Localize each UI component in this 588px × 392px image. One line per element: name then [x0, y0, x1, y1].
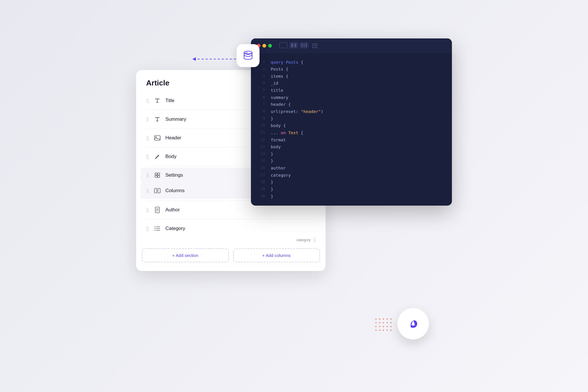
database-icon: [242, 49, 254, 62]
drag-handle-category[interactable]: ⣿: [146, 226, 149, 231]
code-line-9: 9 }: [251, 115, 452, 122]
database-icon-box: [237, 44, 260, 67]
drag-handle-header[interactable]: ⣿: [146, 136, 149, 140]
add-columns-button[interactable]: + Add columns: [233, 248, 320, 262]
astro-logo: [405, 315, 422, 332]
code-line-12: 12 format: [251, 136, 452, 144]
field-item-category[interactable]: ⣿ Category: [140, 221, 321, 236]
list-icon-category: [154, 225, 161, 232]
text-icon-title: [154, 97, 161, 104]
code-line-3: 3 items {: [251, 73, 452, 80]
code-line-4: 4 _id: [251, 80, 452, 87]
svg-point-19: [155, 226, 156, 227]
code-line-19: 19 }: [251, 186, 452, 193]
editor-view-triple[interactable]: [300, 42, 308, 48]
columns-icon: [154, 187, 161, 194]
svg-rect-8: [155, 175, 157, 178]
svg-rect-11: [158, 188, 160, 193]
code-line-8: 8 url(preset: "header"): [251, 108, 452, 115]
code-editor: 1 query Posts { 2 Posts { 3 items { 4 _i…: [251, 38, 452, 206]
svg-point-21: [155, 230, 156, 231]
drag-handle-title[interactable]: ⣿: [146, 98, 149, 103]
editor-titlebar: [251, 38, 452, 53]
maximize-button[interactable]: [268, 44, 272, 48]
code-line-2: 2 Posts {: [251, 66, 452, 73]
category-tag-row: category ⋮: [136, 236, 326, 243]
svg-rect-7: [158, 173, 160, 175]
grid-icon-settings: [154, 172, 161, 179]
code-line-10: 10 body {: [251, 122, 452, 129]
field-name-author: Author: [165, 207, 316, 213]
add-section-button[interactable]: + Add section: [142, 248, 229, 262]
kebab-icon[interactable]: ⋮: [312, 237, 317, 243]
drag-handle-summary[interactable]: ⣿: [146, 117, 149, 122]
code-line-14: 14 }: [251, 151, 452, 158]
svg-rect-6: [155, 173, 157, 175]
bottom-bar: + Add section + Add columns: [136, 243, 326, 262]
divider-6: [146, 219, 316, 219]
code-line-18: 18 }: [251, 179, 452, 186]
code-line-15: 15 }: [251, 157, 452, 165]
edit-icon-body: [154, 153, 161, 160]
drag-handle-columns[interactable]: ⣿: [146, 188, 149, 193]
code-line-13: 13 body: [251, 143, 452, 151]
code-content: 1 query Posts { 2 Posts { 3 items { 4 _i…: [251, 53, 452, 206]
drag-handle-settings[interactable]: ⣿: [146, 173, 149, 178]
category-tag: category ⋮: [296, 237, 317, 243]
code-line-7: 7 header {: [251, 101, 452, 108]
drag-handle-body[interactable]: ⣿: [146, 154, 149, 159]
editor-view-split[interactable]: [290, 42, 298, 48]
code-line-17: 17 category: [251, 172, 452, 179]
db-icon-container: [237, 44, 260, 67]
field-name-category: Category: [165, 226, 316, 231]
image-icon-header: [154, 134, 161, 141]
editor-view-dots[interactable]: [312, 42, 318, 49]
code-line-16: 16 author: [251, 165, 452, 172]
article-panel-title: Article: [146, 79, 169, 87]
field-name-columns: Columns: [165, 188, 248, 194]
astro-icon-container: [397, 308, 429, 340]
svg-point-20: [155, 228, 156, 229]
code-line-20: 20 }: [251, 193, 452, 200]
code-line-11: 11 ... on Text {: [251, 129, 452, 136]
svg-rect-10: [154, 188, 157, 193]
drag-handle-author[interactable]: ⣿: [146, 208, 149, 212]
code-line-1: 1 query Posts {: [251, 59, 452, 66]
svg-rect-9: [158, 175, 160, 178]
doc-icon-author: [154, 206, 161, 213]
dot-grid-decoration: [375, 318, 392, 331]
minimize-button[interactable]: [262, 44, 266, 48]
svg-point-5: [156, 136, 156, 137]
svg-rect-4: [154, 136, 160, 140]
code-line-6: 6 summary: [251, 94, 452, 101]
editor-view-icons: [279, 42, 318, 49]
editor-view-single[interactable]: [279, 42, 287, 48]
code-line-5: 5 title: [251, 87, 452, 94]
text-icon-summary: [154, 116, 161, 123]
